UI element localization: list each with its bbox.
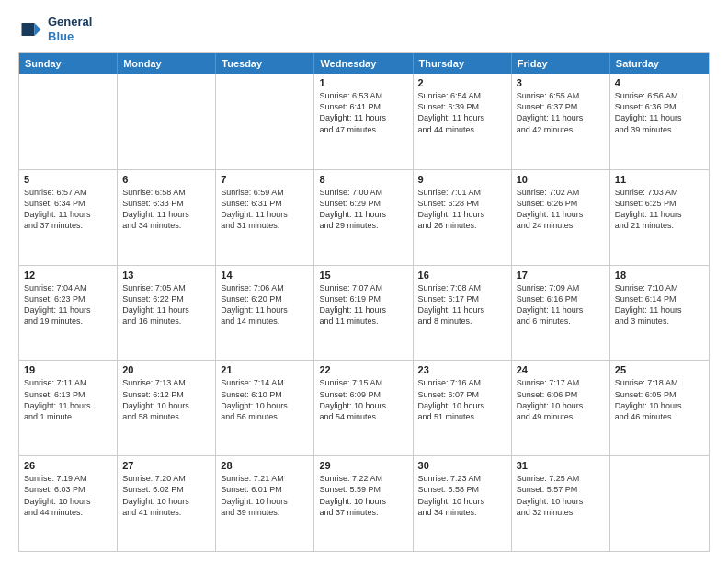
cell-text: Sunrise: 7:21 AM Sunset: 6:01 PM Dayligh… bbox=[221, 473, 309, 518]
day-number: 4 bbox=[615, 77, 704, 88]
calendar-cell-day-8: 8Sunrise: 7:00 AM Sunset: 6:29 PM Daylig… bbox=[314, 170, 413, 265]
calendar-cell-day-26: 26Sunrise: 7:19 AM Sunset: 6:03 PM Dayli… bbox=[19, 456, 118, 551]
cell-text: Sunrise: 6:56 AM Sunset: 6:36 PM Dayligh… bbox=[615, 90, 704, 135]
calendar-cell-day-9: 9Sunrise: 7:01 AM Sunset: 6:28 PM Daylig… bbox=[414, 170, 512, 265]
cell-text: Sunrise: 7:09 AM Sunset: 6:16 PM Dayligh… bbox=[517, 282, 605, 327]
day-header-wednesday: Wednesday bbox=[314, 53, 413, 74]
cell-text: Sunrise: 7:23 AM Sunset: 5:58 PM Dayligh… bbox=[418, 473, 506, 518]
cell-text: Sunrise: 7:07 AM Sunset: 6:19 PM Dayligh… bbox=[319, 282, 407, 327]
calendar-cell-day-7: 7Sunrise: 6:59 AM Sunset: 6:31 PM Daylig… bbox=[216, 170, 314, 265]
cell-text: Sunrise: 7:18 AM Sunset: 6:05 PM Dayligh… bbox=[615, 377, 704, 422]
day-number: 8 bbox=[319, 174, 407, 185]
cell-text: Sunrise: 7:00 AM Sunset: 6:29 PM Dayligh… bbox=[319, 187, 407, 232]
day-number: 6 bbox=[122, 174, 210, 185]
logo-text: General Blue bbox=[48, 15, 92, 43]
day-number: 19 bbox=[24, 364, 112, 375]
logo: General Blue bbox=[18, 15, 92, 43]
calendar-cell-day-22: 22Sunrise: 7:15 AM Sunset: 6:09 PM Dayli… bbox=[314, 361, 413, 455]
cell-text: Sunrise: 7:19 AM Sunset: 6:03 PM Dayligh… bbox=[24, 473, 112, 518]
day-number: 1 bbox=[319, 77, 407, 88]
day-number: 15 bbox=[319, 270, 407, 281]
calendar-cell-day-11: 11Sunrise: 7:03 AM Sunset: 6:25 PM Dayli… bbox=[610, 170, 709, 265]
day-number: 3 bbox=[517, 77, 605, 88]
cell-text: Sunrise: 7:06 AM Sunset: 6:20 PM Dayligh… bbox=[221, 282, 309, 327]
cell-text: Sunrise: 7:13 AM Sunset: 6:12 PM Dayligh… bbox=[122, 377, 210, 422]
cell-text: Sunrise: 6:58 AM Sunset: 6:33 PM Dayligh… bbox=[122, 187, 210, 232]
day-number: 21 bbox=[221, 364, 309, 375]
day-header-sunday: Sunday bbox=[19, 53, 118, 74]
logo-icon bbox=[18, 17, 44, 42]
day-number: 16 bbox=[418, 270, 506, 281]
cell-text: Sunrise: 6:55 AM Sunset: 6:37 PM Dayligh… bbox=[517, 90, 605, 135]
calendar-cell-day-4: 4Sunrise: 6:56 AM Sunset: 6:36 PM Daylig… bbox=[610, 74, 709, 169]
day-number: 17 bbox=[517, 270, 605, 281]
calendar-cell-day-21: 21Sunrise: 7:14 AM Sunset: 6:10 PM Dayli… bbox=[216, 361, 314, 455]
calendar-row-2: 5Sunrise: 6:57 AM Sunset: 6:34 PM Daylig… bbox=[19, 169, 709, 265]
calendar-cell-day-1: 1Sunrise: 6:53 AM Sunset: 6:41 PM Daylig… bbox=[314, 74, 413, 169]
day-number: 12 bbox=[24, 270, 112, 281]
calendar-cell-day-15: 15Sunrise: 7:07 AM Sunset: 6:19 PM Dayli… bbox=[314, 266, 413, 361]
cell-text: Sunrise: 6:54 AM Sunset: 6:39 PM Dayligh… bbox=[418, 90, 506, 135]
cell-text: Sunrise: 7:10 AM Sunset: 6:14 PM Dayligh… bbox=[615, 282, 704, 327]
cell-text: Sunrise: 7:11 AM Sunset: 6:13 PM Dayligh… bbox=[24, 377, 112, 422]
calendar-cell-empty bbox=[19, 74, 118, 169]
cell-text: Sunrise: 7:14 AM Sunset: 6:10 PM Dayligh… bbox=[221, 377, 309, 422]
calendar-cell-day-10: 10Sunrise: 7:02 AM Sunset: 6:26 PM Dayli… bbox=[512, 170, 610, 265]
cell-text: Sunrise: 6:53 AM Sunset: 6:41 PM Dayligh… bbox=[319, 90, 407, 135]
calendar-header: SundayMondayTuesdayWednesdayThursdayFrid… bbox=[19, 53, 709, 74]
day-number: 9 bbox=[418, 174, 506, 185]
calendar-row-4: 19Sunrise: 7:11 AM Sunset: 6:13 PM Dayli… bbox=[19, 360, 709, 455]
cell-text: Sunrise: 7:01 AM Sunset: 6:28 PM Dayligh… bbox=[418, 187, 506, 232]
cell-text: Sunrise: 6:59 AM Sunset: 6:31 PM Dayligh… bbox=[221, 187, 309, 232]
calendar-cell-day-6: 6Sunrise: 6:58 AM Sunset: 6:33 PM Daylig… bbox=[118, 170, 216, 265]
calendar-cell-day-3: 3Sunrise: 6:55 AM Sunset: 6:37 PM Daylig… bbox=[512, 74, 610, 169]
calendar-cell-day-2: 2Sunrise: 6:54 AM Sunset: 6:39 PM Daylig… bbox=[414, 74, 512, 169]
day-header-saturday: Saturday bbox=[610, 53, 709, 74]
calendar-cell-day-12: 12Sunrise: 7:04 AM Sunset: 6:23 PM Dayli… bbox=[19, 266, 118, 361]
calendar-cell-day-23: 23Sunrise: 7:16 AM Sunset: 6:07 PM Dayli… bbox=[414, 361, 512, 455]
calendar-cell-day-31: 31Sunrise: 7:25 AM Sunset: 5:57 PM Dayli… bbox=[512, 456, 610, 551]
day-header-thursday: Thursday bbox=[414, 53, 512, 74]
day-number: 13 bbox=[122, 270, 210, 281]
cell-text: Sunrise: 7:16 AM Sunset: 6:07 PM Dayligh… bbox=[418, 377, 506, 422]
calendar-row-3: 12Sunrise: 7:04 AM Sunset: 6:23 PM Dayli… bbox=[19, 265, 709, 361]
calendar-cell-day-29: 29Sunrise: 7:22 AM Sunset: 5:59 PM Dayli… bbox=[314, 456, 413, 551]
calendar-row-5: 26Sunrise: 7:19 AM Sunset: 6:03 PM Dayli… bbox=[19, 455, 709, 551]
calendar-cell-day-17: 17Sunrise: 7:09 AM Sunset: 6:16 PM Dayli… bbox=[512, 266, 610, 361]
calendar-cell-day-13: 13Sunrise: 7:05 AM Sunset: 6:22 PM Dayli… bbox=[118, 266, 216, 361]
cell-text: Sunrise: 7:15 AM Sunset: 6:09 PM Dayligh… bbox=[319, 377, 407, 422]
day-header-tuesday: Tuesday bbox=[216, 53, 314, 74]
calendar-cell-empty bbox=[118, 74, 216, 169]
calendar-body: 1Sunrise: 6:53 AM Sunset: 6:41 PM Daylig… bbox=[19, 74, 709, 551]
day-number: 10 bbox=[517, 174, 605, 185]
calendar-cell-day-25: 25Sunrise: 7:18 AM Sunset: 6:05 PM Dayli… bbox=[610, 361, 709, 455]
day-number: 14 bbox=[221, 270, 309, 281]
header: General Blue bbox=[18, 15, 710, 43]
cell-text: Sunrise: 7:08 AM Sunset: 6:17 PM Dayligh… bbox=[418, 282, 506, 327]
cell-text: Sunrise: 7:17 AM Sunset: 6:06 PM Dayligh… bbox=[517, 377, 605, 422]
day-number: 25 bbox=[615, 364, 704, 375]
day-header-friday: Friday bbox=[512, 53, 610, 74]
calendar-cell-day-24: 24Sunrise: 7:17 AM Sunset: 6:06 PM Dayli… bbox=[512, 361, 610, 455]
day-number: 24 bbox=[517, 364, 605, 375]
day-number: 20 bbox=[122, 364, 210, 375]
calendar-cell-day-16: 16Sunrise: 7:08 AM Sunset: 6:17 PM Dayli… bbox=[414, 266, 512, 361]
day-number: 18 bbox=[615, 270, 704, 281]
calendar-cell-day-30: 30Sunrise: 7:23 AM Sunset: 5:58 PM Dayli… bbox=[414, 456, 512, 551]
day-header-monday: Monday bbox=[118, 53, 216, 74]
day-number: 2 bbox=[418, 77, 506, 88]
day-number: 30 bbox=[418, 460, 506, 471]
calendar-cell-day-19: 19Sunrise: 7:11 AM Sunset: 6:13 PM Dayli… bbox=[19, 361, 118, 455]
day-number: 26 bbox=[24, 460, 112, 471]
cell-text: Sunrise: 7:25 AM Sunset: 5:57 PM Dayligh… bbox=[517, 473, 605, 518]
day-number: 11 bbox=[615, 174, 704, 185]
calendar-cell-day-18: 18Sunrise: 7:10 AM Sunset: 6:14 PM Dayli… bbox=[610, 266, 709, 361]
calendar-cell-empty bbox=[610, 456, 709, 551]
calendar-cell-day-14: 14Sunrise: 7:06 AM Sunset: 6:20 PM Dayli… bbox=[216, 266, 314, 361]
day-number: 22 bbox=[319, 364, 407, 375]
cell-text: Sunrise: 7:05 AM Sunset: 6:22 PM Dayligh… bbox=[122, 282, 210, 327]
day-number: 5 bbox=[24, 174, 112, 185]
day-number: 31 bbox=[517, 460, 605, 471]
cell-text: Sunrise: 7:03 AM Sunset: 6:25 PM Dayligh… bbox=[615, 187, 704, 232]
calendar-cell-day-28: 28Sunrise: 7:21 AM Sunset: 6:01 PM Dayli… bbox=[216, 456, 314, 551]
